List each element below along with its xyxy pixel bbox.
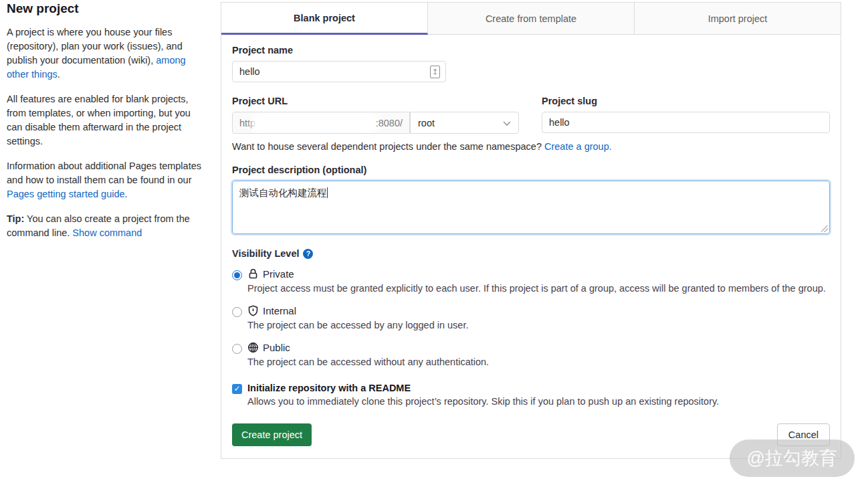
resize-grip[interactable] [821, 225, 828, 232]
private-title-row: Private [247, 268, 830, 280]
sidebar-paragraph-pages: Information about additional Pages templ… [7, 159, 203, 201]
intro-suffix: . [58, 69, 60, 80]
watermark-badge: @拉勾教育 [730, 440, 855, 477]
readme-label[interactable]: Initialize repository with a README [247, 383, 719, 393]
private-radio[interactable] [232, 270, 242, 280]
project-url-prefix: http :8080/ [232, 112, 410, 134]
tip-label: Tip: [7, 213, 24, 224]
namespace-hint: Want to house several dependent projects… [232, 141, 830, 152]
project-slug-label: Project slug [542, 96, 830, 106]
project-url-column: Project URL http :8080/ root [232, 96, 519, 134]
tab-create-from-template[interactable]: Create from template [428, 3, 635, 35]
sidebar-paragraph-intro: A project is where you house your files … [7, 25, 203, 82]
project-name-label: Project name [232, 45, 830, 56]
chevron-down-icon [503, 118, 511, 128]
readme-row: ✓ Initialize repository with a README Al… [232, 383, 830, 407]
blank-project-form: Project name ↥ Project URL http :8080/ r… [221, 35, 841, 458]
internal-title-row: Internal [247, 305, 830, 316]
text-cursor [327, 187, 328, 198]
project-type-tabs: Blank project Create from template Impor… [221, 3, 841, 35]
url-redaction-blur [257, 117, 374, 129]
sidebar-paragraph-tip: Tip: You can also create a project from … [7, 212, 203, 240]
public-description: The project can be accessed without any … [247, 355, 830, 369]
help-icon[interactable]: ? [303, 249, 313, 259]
new-project-sidebar: New project A project is where you house… [7, 1, 203, 251]
internal-description: The project can be accessed by any logge… [247, 318, 830, 332]
visibility-option-private: Private Project access must be granted e… [232, 268, 830, 296]
internal-radio[interactable] [232, 307, 242, 317]
project-slug-input[interactable] [542, 112, 830, 133]
visibility-option-internal: Internal The project can be accessed by … [232, 305, 830, 332]
namespace-hint-text: Want to house several dependent projects… [232, 141, 544, 152]
project-name-wrap: ↥ [232, 61, 446, 82]
pages-text: Information about additional Pages templ… [7, 161, 201, 185]
project-description-label: Project description (optional) [232, 165, 830, 175]
namespace-value: root [418, 118, 435, 128]
visibility-level-label: Visibility Level [232, 248, 299, 259]
project-url-label: Project URL [232, 96, 519, 106]
readme-description: Allows you to immediately clone this pro… [247, 396, 719, 407]
readme-checkbox[interactable]: ✓ [232, 384, 242, 394]
new-project-panel: Blank project Create from template Impor… [221, 2, 841, 459]
public-option-body: Public The project can be accessed witho… [247, 342, 830, 369]
internal-label[interactable]: Internal [263, 305, 296, 316]
description-text: 测试自动化构建流程 [239, 187, 327, 198]
pages-suffix: . [125, 189, 128, 199]
project-url-group: http :8080/ root [232, 112, 519, 134]
private-option-body: Private Project access must be granted e… [247, 268, 830, 296]
public-title-row: Public [247, 342, 830, 353]
create-project-button[interactable]: Create project [232, 423, 312, 446]
tab-import-project[interactable]: Import project [635, 3, 841, 35]
show-command-link[interactable]: Show command [72, 227, 142, 238]
autofill-icon[interactable]: ↥ [430, 66, 440, 78]
url-prefix-start: http [239, 118, 255, 128]
visibility-option-public: Public The project can be accessed witho… [232, 342, 830, 369]
readme-body: Initialize repository with a README Allo… [247, 383, 719, 407]
globe-icon [247, 342, 259, 353]
project-name-input[interactable] [232, 61, 446, 82]
project-slug-column: Project slug [542, 96, 830, 134]
private-label[interactable]: Private [263, 268, 294, 280]
internal-option-body: Internal The project can be accessed by … [247, 305, 830, 332]
sidebar-paragraph-features: All features are enabled for blank proje… [7, 92, 203, 149]
url-prefix-end: :8080/ [376, 118, 403, 128]
url-slug-row: Project URL http :8080/ root [232, 96, 830, 134]
pages-guide-link[interactable]: Pages getting started guide [7, 189, 125, 199]
project-description-textarea[interactable]: 测试自动化构建流程 [232, 181, 830, 234]
public-radio[interactable] [232, 344, 242, 354]
lock-icon [247, 268, 259, 280]
visibility-level-header: Visibility Level ? [232, 248, 830, 259]
tab-blank-project[interactable]: Blank project [221, 3, 428, 35]
private-description: Project access must be granted explicitl… [247, 282, 830, 296]
page-title: New project [7, 1, 203, 16]
namespace-select[interactable]: root [410, 112, 519, 134]
create-group-link[interactable]: Create a group. [544, 141, 612, 152]
public-label[interactable]: Public [263, 342, 290, 353]
shield-icon [247, 305, 259, 316]
